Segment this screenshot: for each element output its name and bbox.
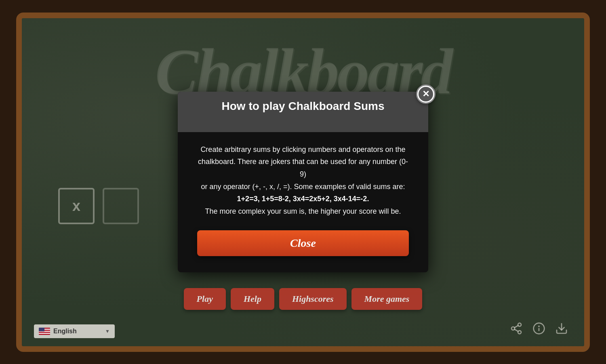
game-frame: Chalkboard x How to play Chalkboard Sums… xyxy=(16,13,590,352)
flag-icon xyxy=(39,328,50,335)
modal-title: How to play Chalkboard Sums xyxy=(197,100,409,113)
modal-header: How to play Chalkboard Sums xyxy=(178,92,428,132)
close-x-icon: ✕ xyxy=(419,87,433,101)
modal-body-text: Create arbitrary sums by clicking number… xyxy=(198,145,408,215)
close-button[interactable]: Close xyxy=(197,230,409,256)
modal-close-x-button[interactable]: ✕ xyxy=(416,84,436,104)
play-button[interactable]: Play xyxy=(184,288,226,310)
svg-line-3 xyxy=(514,329,518,331)
bottom-icons xyxy=(510,322,568,338)
info-icon[interactable] xyxy=(532,322,545,338)
download-icon[interactable] xyxy=(555,322,568,338)
dropdown-arrow-icon: ▼ xyxy=(105,328,110,334)
highscores-button[interactable]: Highscores xyxy=(279,288,347,310)
more-games-button[interactable]: More games xyxy=(351,288,423,310)
share-icon[interactable] xyxy=(510,322,523,338)
modal-body: Create arbitrary sums by clicking number… xyxy=(197,143,409,218)
language-label: English xyxy=(53,328,102,335)
modal-examples: 1+2=3, 1+5=8-2, 3x4=2x5+2, 3x4-14=-2. xyxy=(237,195,369,203)
svg-line-4 xyxy=(514,325,518,327)
language-selector[interactable]: English ▼ xyxy=(34,324,115,338)
help-modal: How to play Chalkboard Sums ✕ Create arb… xyxy=(178,92,428,273)
nav-buttons: Play Help Highscores More games xyxy=(22,288,584,310)
help-button[interactable]: Help xyxy=(231,288,274,310)
